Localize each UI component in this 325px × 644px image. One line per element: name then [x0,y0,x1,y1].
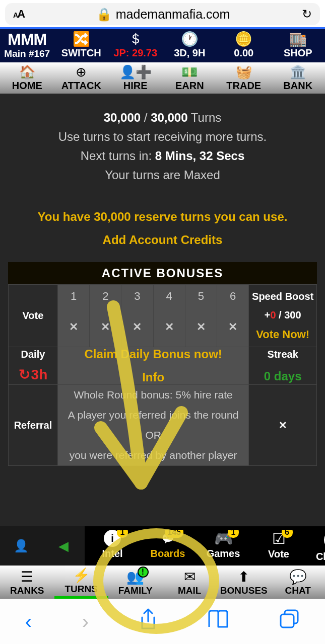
streak-cell: Streak 0 days [249,347,317,385]
vote-row-label: Vote [9,285,58,347]
challenges-tab[interactable]: Challen [306,530,325,566]
forward-button: › [82,610,89,633]
turns-next: Next turns in: 8 Mins, 32 Secs [10,149,315,163]
url-display[interactable]: 🔒 mademanmafia.com [96,7,230,22]
main-content: 30,000 / 30,000 Turns Use turns to start… [0,94,325,526]
turns-maxed: Your turns are Maxed [10,168,315,182]
vote-col-1: 1 [57,285,89,308]
shop-button[interactable]: 🏬 SHOP [271,29,326,62]
round-label: Main #167 [4,48,50,59]
games-tab[interactable]: 🎮1 Games [196,530,251,566]
play-button[interactable]: ◀ [42,526,85,566]
game-sub-nav: 🏠HOME ⊕ATTACK 👤➕HIRE 💵EARN 🧺TRADE 🏛️BANK [0,62,325,94]
mail-button[interactable]: ✉MAIL [163,566,217,599]
coins-cell[interactable]: 🪙 0.00 [217,29,271,62]
vote-6-status[interactable]: ✕ [217,308,249,347]
lock-icon: 🔒 [96,7,112,22]
crosshair-icon: ⊕ [76,64,87,80]
turns-button[interactable]: ⚡TURNS [54,566,109,599]
trade-button[interactable]: 🧺TRADE [217,62,271,94]
vote-3-status[interactable]: ✕ [121,308,153,347]
vote-4-status[interactable]: ✕ [153,308,185,347]
family-button[interactable]: 👥!FAMILY [108,566,163,599]
browser-toolbar: ‹ › [0,599,325,644]
family-alert-badge: ! [138,567,149,578]
logo-text: MMM [8,31,46,47]
bonuses-table: Vote 1 2 3 4 5 6 Speed Boost +0 / 300 Vo… [8,284,317,466]
coins-icon: 🪙 [235,32,252,46]
tabs-button[interactable] [280,609,300,634]
vote-col-5: 5 [185,285,217,308]
bookmarks-button[interactable] [207,610,229,633]
share-button[interactable] [139,608,157,635]
vote-badge: 6 [282,530,293,538]
vote-1-status[interactable]: ✕ [57,308,89,347]
cash-icon: 💵 [181,64,198,80]
home-icon: 🏠 [19,64,35,80]
turns-count: 30,000 / 30,000 Turns [10,111,315,125]
referral-desc: Whole Round bonus: 5% hire rate A player… [57,385,248,466]
claim-daily-cell[interactable]: Claim Daily Bonus now! Info [57,347,248,385]
shop-icon: 🏬 [289,32,307,46]
vote-col-4: 4 [153,285,185,308]
chat-bubbles-icon: 💬 [289,569,307,585]
logo-cell[interactable]: MMM Main #167 [0,29,54,62]
games-badge: 1 [228,530,239,538]
reload-icon[interactable]: ↻ [302,7,312,21]
intel-badge: 1 [117,530,128,538]
speed-boost-cell[interactable]: Speed Boost +0 / 300 Vote Now! [249,285,317,347]
daily-info-link[interactable]: Info [60,370,246,384]
browser-address-bar[interactable]: AA 🔒 mademanmafia.com ↻ [5,3,320,25]
vote-col-2: 2 [90,285,121,308]
clock-icon: 🕐 [181,32,199,46]
add-credits-link[interactable]: Add Account Credits [0,233,325,247]
jackpot-cell[interactable]: ＄ JP: 29.73 [108,29,163,62]
person-icon: 👤 [14,539,29,553]
bonuses-button[interactable]: ⬆BONUSES [217,566,271,599]
speed-boost-label: Speed Boost [251,291,314,302]
attack-button[interactable]: ⊕ATTACK [54,62,109,94]
hire-button[interactable]: 👤➕HIRE [108,62,163,94]
home-button[interactable]: 🏠HOME [0,62,54,94]
url-text: mademanmafia.com [116,7,230,22]
vote-col-6: 6 [217,285,249,308]
add-user-icon: 👤➕ [119,64,152,80]
dollar-icon: ＄ [128,32,143,46]
active-bonuses: ACTIVE BONUSES Vote 1 2 3 4 5 6 Speed Bo… [8,262,317,466]
bank-icon: 🏛️ [290,64,306,80]
shuffle-icon: 🔀 [73,32,90,46]
text-size-control[interactable]: AA [13,8,24,21]
profile-button[interactable]: 👤 [0,526,42,566]
play-icon: ◀ [58,538,69,554]
boards-tab[interactable]: 💬145 Boards [140,530,196,566]
basket-icon: 🧺 [236,64,252,80]
claim-daily-link[interactable]: Claim Daily Bonus now! [60,347,246,361]
vote-col-3: 3 [121,285,153,308]
refresh-icon: ↻ [19,366,30,383]
back-button[interactable]: ‹ [25,610,32,633]
daily-timer: ↻3h [11,366,55,383]
boards-badge: 145 [165,530,183,538]
reserve-turns-msg[interactable]: You have 30,000 reserve turns you can us… [0,210,325,224]
turns-info: 30,000 / 30,000 Turns Use turns to start… [0,94,325,182]
svg-rect-1 [281,614,294,627]
vote-tab[interactable]: ☑6 Vote [251,530,306,566]
vote-2-status[interactable]: ✕ [90,308,121,347]
earn-button[interactable]: 💵EARN [163,62,217,94]
referral-status: ✕ [249,385,317,466]
game-tab-bar: 👤 ◀ i1 Intel 💬145 Boards 🎮1 Games ☑6 Vot… [0,526,325,566]
vote-5-status[interactable]: ✕ [185,308,217,347]
bank-button[interactable]: 🏛️BANK [271,62,326,94]
menu-icon: ☰ [21,569,33,585]
vote-now-link[interactable]: Vote Now! [251,328,314,341]
bonuses-title: ACTIVE BONUSES [8,262,317,284]
bolt-icon: ⚡ [73,567,90,584]
daily-row-label: Daily ↻3h [9,347,58,385]
chat-button[interactable]: 💬CHAT [271,566,326,599]
up-arrow-icon: ⬆ [238,569,249,585]
time-cell[interactable]: 🕐 3D, 9H [163,29,217,62]
switch-button[interactable]: 🔀 SWITCH [54,29,109,62]
streak-value: 0 days [251,369,314,383]
intel-tab[interactable]: i1 Intel [85,530,140,566]
ranks-button[interactable]: ☰RANKS [0,566,54,599]
